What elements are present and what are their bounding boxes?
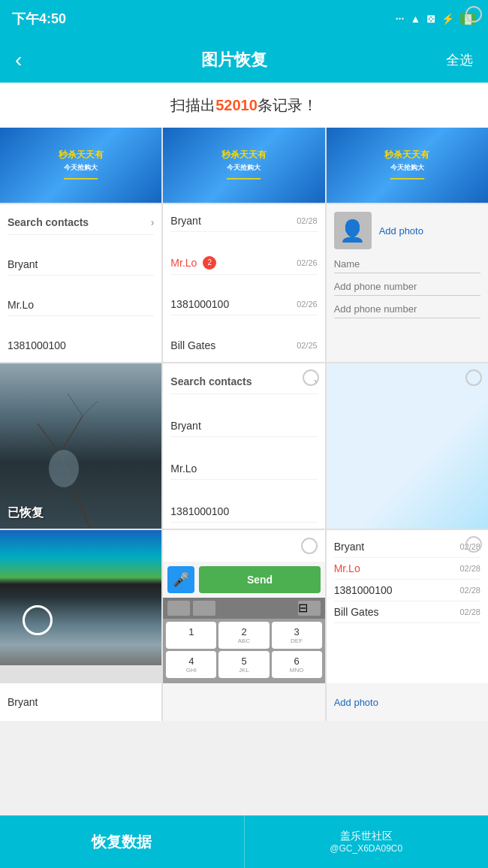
person-icon: 👤 <box>339 219 366 243</box>
select-all-button[interactable]: 全选 <box>446 51 473 69</box>
contact-name-mrlo4: Mr.Lo <box>334 562 360 574</box>
list-item[interactable]: Bryant <box>170 415 317 437</box>
key-num: 2 <box>220 626 267 637</box>
list-item[interactable]: Mr.Lo 02/28 <box>334 558 480 580</box>
list-item[interactable]: Bryant <box>8 254 154 276</box>
main-grid: 秒杀天天有 今天抢购大 ━━━━━━━━━ 秒杀天天有 今天抢购大 ━━━━━━… <box>0 128 488 683</box>
contact-date-3: 02/26 <box>297 300 318 309</box>
send-button[interactable]: Send <box>199 566 320 593</box>
promo-image-2[interactable]: 秒杀天天有 今天抢购大 ━━━━━━━━━ <box>163 128 324 203</box>
status-icons: ··· ▲ ⊠ ⚡ ▓ <box>396 13 476 25</box>
recovered-label: 已恢复 <box>8 505 44 521</box>
list-item[interactable]: Mr.Lo <box>170 458 317 480</box>
keyboard-row-1: 1 2 ABC 3 DEF <box>166 622 321 649</box>
promo-image-3[interactable]: 秒杀天天有 今天抢购大 ━━━━━━━━━ <box>327 128 488 203</box>
toolbar-key-3[interactable]: ⊟ <box>298 601 321 616</box>
message-cell: 🎤 Send ⊟ 1 2 ABC 3 DEF <box>163 530 324 683</box>
keyboard-row-2: 4 GHI 5 JKL 6 MNO <box>166 651 321 678</box>
community-label: 盖乐世社区 <box>340 830 393 843</box>
contact-name-bryant3: Bryant <box>170 420 200 432</box>
message-top-area <box>163 530 324 562</box>
community-sub: @GC_X6DA09C0 <box>330 843 402 854</box>
scan-suffix: 条记录！ <box>258 95 318 116</box>
back-button[interactable]: ‹ <box>15 48 22 72</box>
partial-text-1: Bryant <box>8 696 38 708</box>
restore-label: 恢复数据 <box>92 832 152 852</box>
send-area: 🎤 Send <box>163 562 324 598</box>
list-item[interactable]: 1381000100 <box>170 501 317 523</box>
promo-sub-2: 今天抢购大 <box>227 163 261 173</box>
status-bar: 下午4:50 ··· ▲ ⊠ ⚡ ▓ <box>0 0 488 38</box>
phone-field-1[interactable] <box>334 278 480 296</box>
unread-badge: 2 <box>203 256 216 270</box>
radio-col2-row2[interactable] <box>303 369 319 386</box>
glitch-image[interactable] <box>0 530 161 665</box>
list-item[interactable]: 1381000100 02/26 <box>170 294 317 315</box>
name-field[interactable] <box>334 255 480 273</box>
contact-phone4: 1381000100 <box>334 584 393 596</box>
list-item[interactable]: Bill Gates 02/25 <box>170 335 317 356</box>
promo-text-3: 秒杀天天有 <box>384 149 429 161</box>
contact-phone1: 1381000100 <box>8 339 66 351</box>
top-nav: ‹ 图片恢复 全选 <box>0 38 488 83</box>
list-item[interactable]: Mr.Lo 2 02/26 <box>170 252 317 275</box>
scan-prefix: 扫描出 <box>170 95 215 116</box>
contact-date-2: 02/26 <box>297 258 318 267</box>
contact-date-b4: 02/28 <box>459 607 480 616</box>
key-sub: GHI <box>167 667 215 674</box>
list-item[interactable]: Bryant 02/28 <box>170 210 317 232</box>
search-contacts-col1[interactable]: Search contacts › <box>8 210 154 235</box>
light-blue-panel[interactable] <box>327 363 488 529</box>
radio-message[interactable] <box>301 538 318 554</box>
svg-point-6 <box>49 450 79 487</box>
key-1[interactable]: 1 <box>166 622 216 649</box>
list-item[interactable]: Bill Gates 02/28 <box>334 601 480 623</box>
avatar-placeholder[interactable]: 👤 <box>334 212 372 249</box>
key-5[interactable]: 5 JKL <box>218 651 269 678</box>
list-item[interactable]: Mr.Lo <box>8 294 154 316</box>
contact-name-bryant4: Bryant <box>334 541 364 553</box>
contact-list-col2: Bryant 02/28 Mr.Lo 2 02/26 1381000100 02… <box>163 204 324 362</box>
restore-button[interactable]: 恢复数据 <box>0 815 244 868</box>
key-num: 5 <box>220 656 267 667</box>
radio-col3-row2[interactable] <box>465 369 482 386</box>
contact-date-b2: 02/28 <box>459 564 480 573</box>
search-contacts-col2[interactable]: Search contacts › <box>170 369 317 394</box>
contact-name-mrlo1: Mr.Lo <box>8 299 34 311</box>
list-item[interactable]: Bryant 02/28 <box>334 536 480 558</box>
promo-detail-1: ━━━━━━━━━ <box>64 176 98 182</box>
radio-button-col3[interactable] <box>465 6 482 23</box>
community-button[interactable]: 盖乐世社区 @GC_X6DA09C0 <box>244 815 489 868</box>
bolt-icon: ⚡ <box>441 13 454 25</box>
wifi-icon: ▲ <box>410 13 420 25</box>
key-2[interactable]: 2 ABC <box>218 622 269 649</box>
key-3[interactable]: 3 DEF <box>272 622 322 649</box>
contact-name-bill4: Bill Gates <box>334 606 379 618</box>
promo-detail-3: ━━━━━━━━━ <box>390 176 424 182</box>
circle-overlay <box>23 605 53 635</box>
keyboard-area: 1 2 ABC 3 DEF 4 GHI 5 J <box>163 619 324 683</box>
recovered-image[interactable]: 已恢复 <box>0 363 161 529</box>
add-photo-panel: 👤 Add photo <box>327 204 488 362</box>
key-num: 6 <box>273 656 321 667</box>
key-6[interactable]: 6 MNO <box>272 651 322 678</box>
add-photo-label[interactable]: Add photo <box>379 225 423 237</box>
toolbar-key-1[interactable] <box>167 601 190 616</box>
phone-field-2[interactable] <box>334 300 480 318</box>
contact-phone2: 1381000100 <box>170 298 229 310</box>
partial-cell-3[interactable]: Add photo <box>327 683 488 721</box>
key-4[interactable]: 4 GHI <box>166 651 216 678</box>
list-item[interactable]: 1381000100 <box>8 335 154 356</box>
sim-icon: ⊠ <box>426 13 435 25</box>
search-contacts-label-col1: Search contacts <box>8 216 89 228</box>
key-num: 3 <box>273 626 321 637</box>
radio-right[interactable] <box>465 536 482 553</box>
partial-cell-1[interactable]: Bryant <box>0 683 161 721</box>
list-item[interactable]: 1381000100 02/28 <box>334 580 480 601</box>
toolbar-key-2[interactable] <box>193 601 215 616</box>
page-title: 图片恢复 <box>201 49 267 71</box>
promo-image-1[interactable]: 秒杀天天有 今天抢购大 ━━━━━━━━━ <box>0 128 161 203</box>
contact-name-bryant1: Bryant <box>8 258 38 270</box>
promo-detail-2: ━━━━━━━━━ <box>227 176 261 182</box>
mic-button[interactable]: 🎤 <box>167 566 194 593</box>
